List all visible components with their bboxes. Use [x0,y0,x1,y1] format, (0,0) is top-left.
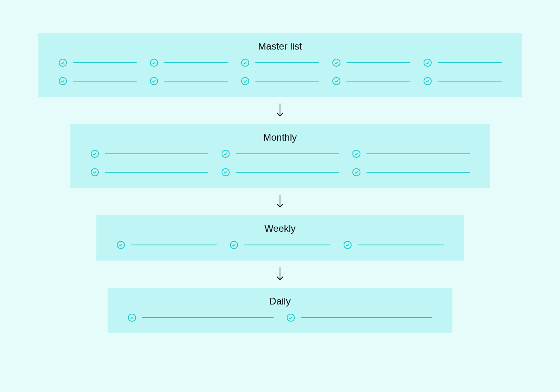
tier-monthly: Monthly [70,124,490,188]
tier-master: Master list [38,33,522,97]
check-circle-icon [332,58,341,67]
check-circle-icon [58,58,67,67]
task-placeholder-line [73,62,137,63]
tier-weekly: Weekly [96,215,464,261]
task-item [150,77,228,86]
check-circle-icon [423,77,432,86]
task-placeholder-line [366,153,470,154]
task-rows [38,58,522,86]
task-rows [108,313,452,322]
task-item [221,149,339,158]
svg-point-12 [222,150,229,157]
svg-point-23 [287,314,294,321]
svg-point-11 [91,150,98,157]
check-circle-icon [221,168,230,177]
svg-point-8 [333,78,340,85]
svg-point-1 [150,59,158,66]
svg-point-14 [91,169,98,176]
svg-point-3 [333,59,340,66]
task-placeholder-line [73,81,137,82]
task-item [332,77,410,86]
task-placeholder-line [244,245,330,245]
task-row [90,168,470,177]
task-item [58,58,137,67]
tier-title-daily: Daily [108,296,452,307]
task-row [90,149,470,158]
task-rows [96,241,464,249]
tier-daily: Daily [108,288,452,333]
task-placeholder-line [236,153,339,154]
check-circle-icon [241,77,250,86]
task-placeholder-line [164,81,228,82]
check-circle-icon [230,241,238,249]
task-item [221,168,339,177]
check-circle-icon [116,241,125,249]
task-item [423,77,502,86]
svg-point-20 [344,241,351,249]
task-row [128,313,432,322]
arrow-down-icon [275,188,285,215]
task-item [241,77,319,86]
task-row [58,58,502,67]
task-placeholder-line [366,172,470,173]
svg-point-19 [230,241,238,249]
check-circle-icon [343,241,352,249]
check-circle-icon [90,149,99,158]
svg-point-7 [242,78,249,85]
arrow-down-icon [275,97,285,124]
check-circle-icon [58,77,67,86]
svg-point-9 [424,78,431,85]
task-placeholder-line [255,62,319,63]
svg-point-6 [150,78,158,85]
task-placeholder-line [142,317,274,318]
task-placeholder-line [105,153,208,154]
task-placeholder-line [358,245,444,245]
task-row [116,241,444,249]
check-circle-icon [286,313,295,322]
task-item [90,168,208,177]
task-item [423,58,502,67]
svg-point-13 [352,150,360,157]
arrow-down-icon [275,261,285,288]
task-item [230,241,330,249]
task-item [116,241,217,249]
task-placeholder-line [164,62,228,63]
task-item [58,77,137,86]
svg-point-5 [59,78,66,85]
check-circle-icon [241,58,250,67]
svg-point-4 [424,59,431,66]
task-item [90,149,208,158]
task-item [352,149,470,158]
svg-point-0 [59,59,66,66]
task-placeholder-line [438,62,502,63]
tier-title-weekly: Weekly [96,223,464,234]
task-item [241,58,319,67]
check-circle-icon [128,313,136,322]
check-circle-icon [332,77,341,86]
svg-point-15 [222,169,229,176]
task-placeholder-line [346,62,410,63]
check-circle-icon [352,149,361,158]
task-placeholder-line [346,81,410,82]
tier-title-monthly: Monthly [70,132,490,143]
task-placeholder-line [438,81,502,82]
check-circle-icon [150,58,158,67]
task-placeholder-line [131,245,217,245]
task-item [352,168,470,177]
task-item [128,313,274,322]
task-item [286,313,432,322]
task-placeholder-line [236,172,339,173]
task-item [343,241,444,249]
check-circle-icon [90,168,99,177]
svg-point-22 [128,314,136,321]
diagram-canvas: Master list Monthly [0,0,560,392]
tier-title-master: Master list [38,41,522,52]
task-placeholder-line [301,317,432,318]
task-rows [70,149,490,177]
check-circle-icon [221,149,230,158]
svg-point-2 [242,59,249,66]
svg-point-18 [117,241,124,249]
task-item [332,58,410,67]
check-circle-icon [150,77,158,86]
check-circle-icon [423,58,432,67]
